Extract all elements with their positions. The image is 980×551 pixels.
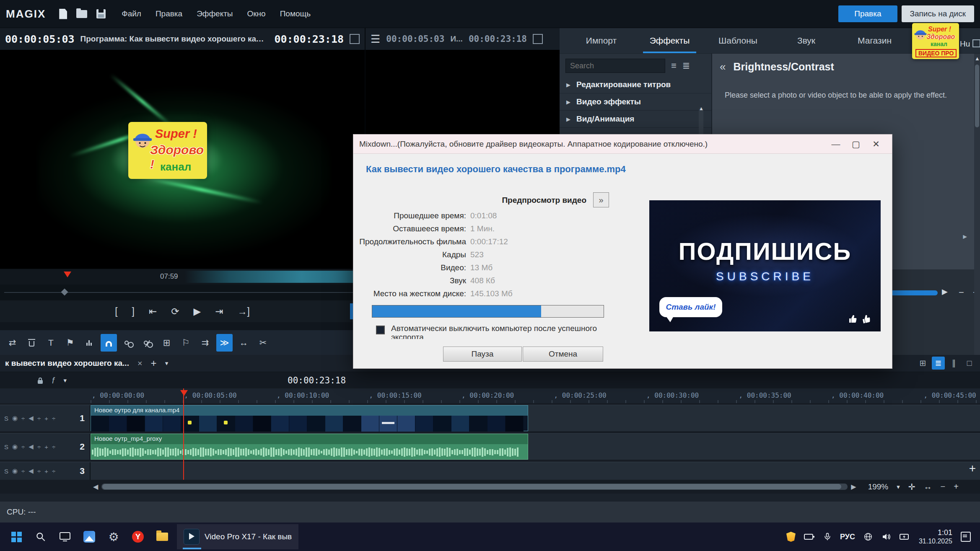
monitor-scrub-bar[interactable]: 07:59 bbox=[0, 269, 365, 285]
track-fade-c-icon[interactable]: ÷ bbox=[52, 468, 55, 475]
text-tool-button[interactable]: T bbox=[43, 334, 59, 352]
loop-button[interactable]: ⟳ bbox=[171, 306, 179, 317]
track-fade-b-icon[interactable]: ÷ bbox=[37, 443, 41, 450]
video-clip[interactable]: Новое оутро для канала.mp4 bbox=[91, 405, 528, 431]
track-curve-icon[interactable]: + bbox=[44, 443, 48, 450]
scroll-up-icon[interactable] bbox=[699, 106, 704, 111]
scrub-playhead-icon[interactable] bbox=[64, 272, 71, 277]
keyframe-f-icon[interactable]: f bbox=[52, 376, 54, 385]
zoom-caret-icon[interactable]: ▾ bbox=[897, 483, 900, 491]
network-globe-icon[interactable] bbox=[863, 532, 873, 541]
preview-expand-button[interactable]: » bbox=[593, 192, 609, 207]
fullscreen-icon[interactable] bbox=[533, 34, 543, 44]
playhead-line[interactable] bbox=[183, 388, 184, 480]
snip-tool-button[interactable] bbox=[53, 524, 77, 549]
burn-to-disc-button[interactable]: Запись на диск bbox=[902, 5, 974, 22]
range-handle[interactable] bbox=[61, 289, 68, 296]
add-track-button[interactable]: + bbox=[969, 462, 976, 475]
notification-center-icon[interactable] bbox=[961, 532, 971, 542]
zoom-width-icon[interactable]: ↔ bbox=[924, 482, 932, 492]
search-input[interactable] bbox=[565, 59, 665, 73]
dialog-title-bar[interactable]: Mixdown...(Пожалуйста, обновите драйвер … bbox=[353, 135, 892, 154]
track-curve-icon[interactable]: + bbox=[44, 468, 48, 475]
battery-icon[interactable] bbox=[804, 533, 815, 540]
tab-шаблоны[interactable]: Шаблоны bbox=[704, 28, 772, 53]
range-out-button[interactable]: ] bbox=[132, 306, 135, 317]
mouse-mode-button[interactable]: ⇉ bbox=[197, 334, 213, 352]
taskbar-search-button[interactable] bbox=[29, 524, 53, 549]
category-item[interactable]: ▶Вид/Анимация bbox=[560, 111, 711, 128]
view-storyboard-button[interactable]: ⊞ bbox=[916, 357, 929, 370]
view-multicam-button[interactable]: ∥ bbox=[947, 357, 960, 370]
timeline-ruler[interactable]: 00:00:00:0000:00:05:0000:00:10:0000:00:1… bbox=[0, 388, 980, 404]
new-project-icon[interactable] bbox=[59, 9, 67, 19]
flag-button[interactable]: ⚑ bbox=[62, 334, 78, 352]
track-curve-icon[interactable]: + bbox=[44, 415, 48, 422]
marker-button[interactable]: ⚐ bbox=[178, 334, 194, 352]
project-tab[interactable]: к вывести видео хорошего ка... bbox=[5, 359, 129, 368]
view-single-button[interactable]: □ bbox=[963, 357, 976, 370]
security-shield-icon[interactable] bbox=[786, 532, 796, 542]
track-eye-icon[interactable]: ◉ bbox=[12, 443, 18, 450]
track-fade-b-icon[interactable]: ÷ bbox=[37, 415, 41, 422]
delete-button[interactable] bbox=[23, 334, 40, 352]
panel-scrollbar[interactable] bbox=[974, 54, 980, 355]
window-icon[interactable] bbox=[972, 39, 980, 47]
split-button[interactable]: ✂ bbox=[255, 334, 271, 352]
tab-импорт[interactable]: Импорт bbox=[567, 28, 635, 53]
tab-эффекты[interactable]: Эффекты bbox=[635, 28, 704, 53]
monitor-range-bar[interactable] bbox=[0, 285, 365, 300]
track-solo-icon[interactable]: S bbox=[4, 443, 8, 450]
video-canvas[interactable]: Super ! Здорово ! канал bbox=[0, 50, 365, 269]
menu-item-файл[interactable]: Файл bbox=[122, 9, 141, 18]
clock[interactable]: 1:01 31.10.2025 bbox=[919, 528, 952, 546]
pause-button[interactable]: Пауза bbox=[443, 347, 522, 362]
track-speaker-icon[interactable]: ◀ bbox=[29, 414, 34, 422]
range-edit-button[interactable]: ↔ bbox=[236, 334, 252, 352]
minimize-icon[interactable]: — bbox=[826, 136, 846, 152]
tab-магазин[interactable]: Магазин bbox=[840, 28, 909, 53]
edit-mode-button[interactable]: Правка bbox=[838, 5, 897, 22]
monitor-menu-icon[interactable]: ☰ bbox=[371, 33, 380, 46]
active-app-task-button[interactable]: Video Pro X17 - Как выв bbox=[177, 524, 298, 549]
track-fade-a-icon[interactable]: ÷ bbox=[21, 415, 25, 422]
track-solo-icon[interactable]: S bbox=[4, 468, 8, 475]
export-range-button[interactable]: →] bbox=[237, 306, 249, 317]
sort-icon[interactable]: ≡ bbox=[671, 60, 677, 71]
menu-item-эффекты[interactable]: Эффекты bbox=[197, 9, 233, 18]
scroll-up-icon[interactable] bbox=[975, 55, 980, 62]
close-tab-icon[interactable]: × bbox=[137, 359, 143, 368]
menu-item-окно[interactable]: Окно bbox=[247, 9, 266, 18]
track-solo-icon[interactable]: S bbox=[4, 415, 8, 422]
microphone-icon[interactable] bbox=[823, 532, 832, 542]
view-timeline-button[interactable]: ≣ bbox=[932, 357, 945, 370]
back-chevrons-icon[interactable]: « bbox=[720, 60, 726, 73]
swap-arrange-button[interactable]: ⇄ bbox=[4, 334, 21, 352]
file-explorer-button[interactable] bbox=[150, 524, 174, 549]
cancel-button[interactable]: Отмена bbox=[523, 347, 603, 362]
menu-item-помощь[interactable]: Помощь bbox=[280, 9, 311, 18]
track-speaker-icon[interactable]: ◀ bbox=[29, 443, 34, 450]
volume-icon[interactable] bbox=[881, 532, 891, 542]
track-fade-c-icon[interactable]: ÷ bbox=[52, 443, 55, 450]
horizontal-scrollbar[interactable] bbox=[101, 484, 848, 490]
mouse-mode-all-button[interactable]: ≫ bbox=[216, 334, 233, 352]
object-export-button[interactable]: ⊞ bbox=[158, 334, 175, 352]
range-in-button[interactable]: [ bbox=[115, 306, 117, 317]
playhead-marker-icon[interactable] bbox=[180, 390, 188, 396]
tab-list-caret-icon[interactable]: ▾ bbox=[165, 360, 169, 367]
audio-clip[interactable]: Новое оутр_mp4_proxy bbox=[91, 434, 528, 460]
language-indicator[interactable]: РУС bbox=[840, 533, 855, 541]
jump-start-button[interactable]: ⇤ bbox=[149, 306, 157, 317]
yandex-browser-button[interactable]: Y bbox=[126, 524, 150, 549]
play-button[interactable]: ▶ bbox=[193, 306, 201, 317]
open-project-icon[interactable] bbox=[76, 10, 87, 18]
panel-collapse-icon[interactable]: ► bbox=[962, 233, 968, 241]
track-fade-a-icon[interactable]: ÷ bbox=[21, 443, 25, 450]
category-item[interactable]: ▶Редактирование титров bbox=[560, 76, 711, 93]
maximize-icon[interactable]: ▢ bbox=[846, 136, 866, 152]
zoom-fit-icon[interactable]: ✛ bbox=[908, 482, 915, 492]
category-item[interactable]: ▶Видео эффекты bbox=[560, 93, 711, 111]
power-battery-icon[interactable] bbox=[900, 533, 910, 540]
ungroup-button[interactable] bbox=[139, 334, 156, 352]
